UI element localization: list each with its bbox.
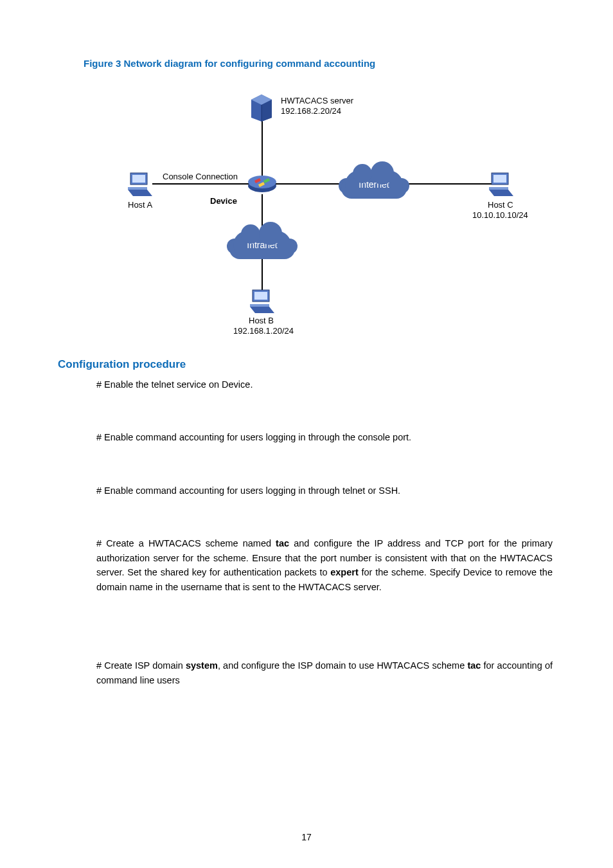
svg-marker-7 (128, 187, 147, 190)
page-number: 17 (0, 832, 613, 842)
svg-marker-19 (250, 307, 274, 313)
hwtacacs-ip-label: 192.168.2.20/24 (281, 106, 341, 116)
internet-cloud: Internet (345, 170, 403, 199)
intranet-label: Intranet (247, 240, 277, 250)
bold-term: system (186, 660, 218, 671)
paragraph: # Create a HWTACACS scheme named tac and… (96, 536, 553, 594)
svg-rect-14 (493, 175, 506, 183)
router-icon (247, 173, 278, 195)
svg-marker-16 (489, 187, 508, 190)
figure-caption: Figure 3 Network diagram for configuring… (84, 58, 555, 69)
bold-term: tac (467, 660, 481, 671)
section-heading: Configuration procedure (58, 358, 555, 371)
bold-term: tac (276, 538, 289, 548)
hwtacacs-name-label: HWTACACS server (281, 96, 353, 105)
server-icon (249, 93, 274, 122)
pc-icon (488, 170, 515, 197)
svg-marker-15 (489, 190, 513, 196)
paragraph: # Enable the telnet service on Device. (96, 377, 553, 392)
bold-term: expert (330, 567, 359, 577)
host-c-ip-label: 10.10.10.10/24 (472, 210, 528, 220)
paragraph: # Enable command accounting for users lo… (96, 484, 553, 498)
body-text: # Enable the telnet service on Device. #… (96, 377, 553, 687)
svg-marker-20 (250, 304, 269, 307)
text-run: # Create ISP domain (96, 660, 186, 671)
diagram-line (274, 183, 351, 185)
svg-rect-18 (254, 292, 267, 300)
diagram-line (403, 183, 493, 185)
paragraph: # Create ISP domain system, and configur… (96, 658, 553, 687)
intranet-cloud: Intranet (233, 231, 291, 259)
host-b-label: Host B (249, 316, 274, 325)
diagram-line (152, 183, 249, 185)
internet-label: Internet (359, 179, 389, 190)
host-c-label: Host C (488, 200, 513, 210)
pc-icon (127, 170, 154, 197)
text-run: # Create a HWTACACS scheme named (96, 538, 276, 548)
paragraph: # Enable command accounting for users lo… (96, 430, 553, 444)
device-label: Device (210, 196, 237, 206)
svg-rect-5 (132, 175, 145, 183)
host-b-ip-label: 192.168.1.20/24 (233, 326, 294, 336)
console-connection-label: Console Connection (163, 172, 238, 181)
text-run: , and configure the ISP domain to use HW… (218, 660, 467, 671)
diagram-line (262, 258, 263, 291)
page: Figure 3 Network diagram for configuring… (0, 0, 613, 868)
network-diagram: HWTACACS server 192.168.2.20/24 Host A C… (82, 82, 531, 332)
pc-icon (249, 287, 276, 314)
svg-point-9 (248, 176, 276, 188)
host-a-label: Host A (128, 200, 152, 210)
diagram-line (262, 120, 263, 178)
svg-marker-6 (128, 190, 152, 196)
